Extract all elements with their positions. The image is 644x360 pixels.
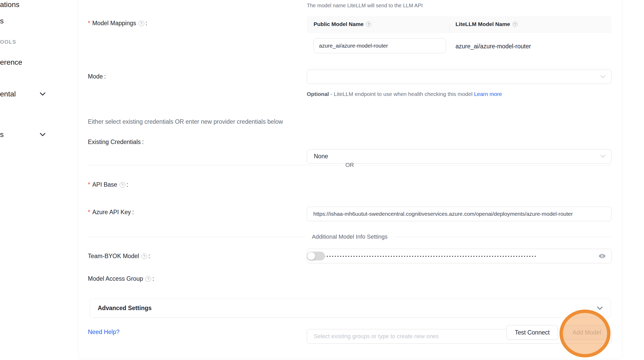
team-byok-label: Team-BYOK Model ? : — [88, 253, 150, 260]
public-model-name-input[interactable]: azure_ai/azure-model-router — [314, 38, 446, 53]
test-connect-button[interactable]: Test Connect — [506, 325, 558, 340]
additional-settings-divider-text: Additional Model Info Settings — [312, 233, 387, 240]
model-access-group-label: Model Access Group ? : — [88, 275, 154, 282]
need-help-link[interactable]: Need Help? — [88, 329, 119, 336]
masked-password-value: ••••••••••••••••••••••••••••••••••••••••… — [307, 254, 611, 258]
mode-select[interactable] — [307, 70, 612, 84]
question-circle-icon[interactable]: ? — [141, 253, 147, 259]
required-asterisk: * — [88, 209, 90, 216]
api-base-input[interactable]: https://ishaa-mh6uutut-swedencentral.cog… — [307, 207, 612, 221]
additional-settings-divider: Additional Model Info Settings — [88, 233, 612, 240]
question-circle-icon[interactable]: ? — [366, 22, 371, 27]
model-mappings-label: * Model Mappings ? : — [88, 20, 147, 27]
existing-credentials-label: Existing Credentials : — [88, 139, 144, 146]
model-mappings-table-header: Public Model Name ? LiteLLM Model Name ? — [307, 16, 612, 32]
or-divider-text: OR — [346, 162, 354, 168]
table-row: azure_ai/azure-model-router azure_ai/azu… — [307, 32, 612, 68]
api-base-label: * API Base ? : — [88, 181, 128, 188]
model-mappings-table: Public Model Name ? LiteLLM Model Name ?… — [307, 16, 612, 68]
add-model-button[interactable]: Add Model — [564, 325, 610, 340]
sidebar-item-5[interactable]: s — [0, 130, 4, 139]
toggle-knob — [307, 252, 315, 260]
advanced-settings-panel[interactable]: Advanced Settings — [90, 298, 611, 318]
team-byok-toggle[interactable] — [307, 252, 325, 260]
chevron-down-icon — [40, 92, 45, 97]
advanced-settings-title: Advanced Settings — [98, 305, 152, 312]
existing-credentials-select[interactable]: None — [307, 149, 612, 163]
api-base-value: https://ishaa-mh6uutut-swedencentral.cog… — [307, 211, 611, 217]
existing-credentials-value: None — [314, 153, 328, 160]
sidebar-item-2[interactable]: s — [0, 17, 4, 25]
add-model-page: ations s OOLS erence ental s The model n… — [0, 0, 644, 360]
litellm-model-name-header: LiteLLM Model Name ? — [449, 21, 612, 27]
sidebar-section-tools: OOLS — [0, 39, 16, 45]
chevron-down-icon — [597, 306, 603, 310]
learn-more-link[interactable]: Learn more — [474, 91, 502, 97]
credentials-note: Either select existing credentials OR en… — [88, 118, 283, 125]
required-asterisk: * — [88, 181, 90, 188]
mode-help-text: Optional - LiteLLM endpoint to use when … — [307, 88, 506, 100]
azure-api-key-input[interactable]: ••••••••••••••••••••••••••••••••••••••••… — [307, 249, 612, 263]
azure-api-key-label: * Azure API Key : — [88, 209, 134, 216]
sidebar: ations s OOLS erence ental s — [0, 0, 78, 360]
chevron-down-icon — [600, 75, 606, 79]
or-divider: OR — [88, 162, 612, 168]
question-circle-icon[interactable]: ? — [512, 22, 518, 27]
litellm-model-name-value: azure_ai/azure-model-router — [456, 43, 531, 50]
question-circle-icon[interactable]: ? — [139, 21, 144, 26]
question-circle-icon[interactable]: ? — [145, 276, 151, 282]
model-access-group-placeholder: Select existing groups or type to create… — [314, 333, 439, 340]
sidebar-item-1[interactable]: ations — [0, 1, 19, 9]
eye-icon[interactable] — [598, 252, 606, 260]
required-asterisk: * — [88, 20, 90, 27]
sidebar-item-3[interactable]: erence — [0, 58, 22, 67]
model-name-helper-text: The model name LiteLLM will send to the … — [307, 3, 423, 9]
public-model-name-header: Public Model Name ? — [307, 21, 449, 27]
sidebar-item-4[interactable]: ental — [0, 90, 16, 98]
mode-label: Mode : — [88, 73, 106, 80]
chevron-down-icon — [40, 133, 45, 137]
chevron-down-icon — [600, 154, 606, 159]
question-circle-icon[interactable]: ? — [120, 182, 125, 188]
